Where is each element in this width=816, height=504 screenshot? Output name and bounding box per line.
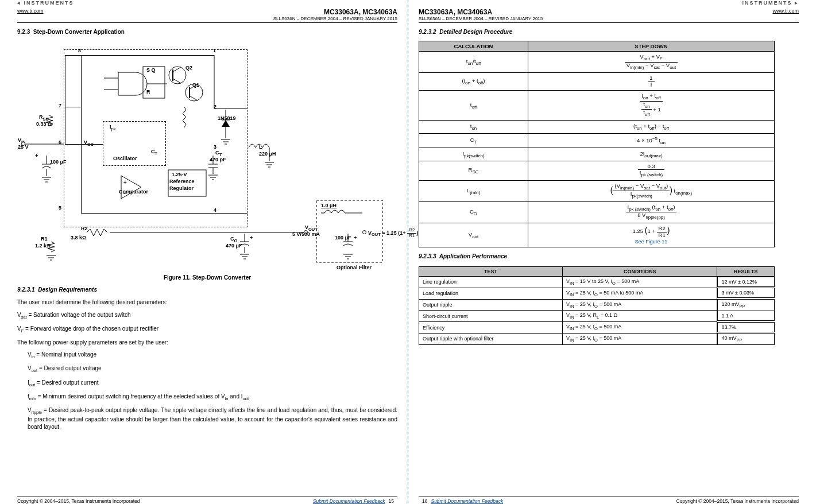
- calc-value: ton + tofftontoff + 1: [528, 91, 775, 121]
- r2-value: 3.8 kΩ: [71, 235, 86, 241]
- page-num-15: 15: [389, 498, 394, 504]
- vsat-line: Vsat = Saturation voltage of the output …: [17, 311, 397, 320]
- feedback-link-right[interactable]: Submit Documentation Feedback: [431, 498, 503, 504]
- calc-value: ((Vin(min) − Vsat − Vout)Ipk(switch)) to…: [528, 180, 775, 201]
- filter-plus: +: [354, 235, 357, 241]
- c100-value: 100 μF: [50, 159, 67, 165]
- fmin-line: fmin = Minimum desired output switching …: [28, 393, 397, 402]
- ref-line1: 1.25-V: [172, 172, 187, 177]
- calc-label: Vout: [419, 223, 528, 247]
- header-right: MC33063A, MC34063A SLLS636N – DECEMBER 2…: [419, 8, 799, 23]
- diode-label: 1N5819: [218, 115, 236, 121]
- perf-header-res: RESULTS: [717, 266, 775, 276]
- table-row: CT4 × 10−5 ton: [419, 133, 775, 148]
- perf-result: 12 mV ± 0.12%: [717, 277, 775, 287]
- part-number-left: MC33063A, MC34063A: [273, 8, 397, 16]
- perf-result: 3 mV ± 0.03%: [717, 288, 775, 298]
- procedure-heading: 9.2.3.2 Detailed Design Procedure: [419, 29, 799, 35]
- doc-code-left: SLLS636N – DECEMBER 2004 – REVISED JANUA…: [273, 16, 397, 21]
- perf-cond: VIN = 25 V, IO = 50 mA to 500 mA: [563, 288, 717, 299]
- sq-label: S Q: [146, 67, 156, 73]
- co-value: 470 μF: [226, 243, 242, 249]
- calc-value: Vout + VFVin(min) − Vsat − Vout: [528, 52, 775, 73]
- svg-line-10: [190, 96, 198, 100]
- svg-line-5: [173, 67, 181, 72]
- performance-heading: 9.2.3.3 Application Performance: [419, 253, 799, 259]
- header-left: www.ti.com MC33063A, MC34063A SLLS636N –…: [17, 8, 397, 23]
- copyright-right: Copyright © 2004–2015, Texas Instruments…: [676, 498, 799, 504]
- svg-line-6: [173, 79, 181, 83]
- co-plus: +: [250, 235, 253, 241]
- vin-terminal: [21, 142, 25, 146]
- table-row: toffton + tofftontoff + 1: [419, 91, 775, 121]
- ct-ext-label: CT: [215, 150, 222, 157]
- table-row: Line regulationVIN = 15 V to 25 V, IO = …: [419, 276, 775, 288]
- calc-header-calc: CALCULATION: [419, 41, 528, 52]
- perf-result: 120 mVPP: [717, 299, 775, 311]
- perf-result: 83.7%: [717, 322, 775, 332]
- web-link-left[interactable]: www.ti.com: [17, 8, 44, 14]
- calc-label: (ton + toff): [419, 73, 528, 91]
- table-row: (ton + toff)1f: [419, 73, 775, 91]
- vout-label: VOUT: [305, 224, 318, 232]
- ct-value: 470 pF: [210, 157, 226, 162]
- rsc-value: 0.33 Ω: [36, 121, 52, 127]
- co-label: CO: [230, 236, 237, 243]
- figure-11-schematic: Ipk Oscillator CT 8 1 7 6 5 2 3 4: [18, 41, 397, 273]
- c100-label: +: [35, 153, 38, 158]
- feedback-link-left[interactable]: Submit Documentation Feedback: [313, 498, 385, 504]
- table-row: Ipk(switch)2Iout(max): [419, 148, 775, 161]
- table-row: Output rippleVIN = 25 V, IO = 500 mA120 …: [419, 299, 775, 311]
- vf-line: VF = Forward voltage drop of the chosen …: [17, 325, 397, 334]
- figure-caption: Figure 11. Step-Down Converter: [17, 274, 397, 281]
- perf-test: Load regulation: [419, 288, 563, 299]
- brand-mark-left: ◂ INSTRUMENTS: [17, 0, 397, 6]
- vripple-line: Vripple = Desired peak-to-peak output ri…: [28, 406, 397, 431]
- table-row: Output ripple with optional filterVIN = …: [419, 333, 775, 344]
- perf-test: Line regulation: [419, 276, 563, 288]
- l-label: L: [259, 144, 262, 150]
- perf-header-cond: CONDITIONS: [563, 266, 717, 276]
- calc-label: L(min): [419, 180, 528, 201]
- page-num-16: 16: [422, 498, 427, 504]
- ref-line3: Regulator: [169, 185, 194, 191]
- filter-c: 100 μF: [335, 235, 351, 241]
- web-link-right[interactable]: www.ti.com: [772, 8, 799, 14]
- r-flip-label: R: [146, 89, 150, 95]
- calc-label: CT: [419, 133, 528, 148]
- vin-line: Vin = Nominal input voltage: [28, 351, 397, 360]
- perf-test: Output ripple: [419, 299, 563, 311]
- r2-label: R2: [81, 226, 88, 231]
- optional-filter-label: Optional Filter: [337, 265, 372, 270]
- vcc-label: VCC: [84, 139, 94, 147]
- perf-cond: VIN = 25 V, IO = 500 mA: [563, 322, 717, 334]
- perf-test: Efficiency: [419, 322, 563, 334]
- table-row: EfficiencyVIN = 25 V, IO = 500 mA83.7%: [419, 322, 775, 334]
- filter-l: 1.0 μH: [321, 203, 337, 208]
- calc-value: 1.25 (1 + R2R1)See Figure 11: [528, 223, 775, 247]
- calc-value: 4 × 10−5 ton: [528, 133, 775, 148]
- page-spread: ◂ INSTRUMENTS www.ti.com MC33063A, MC340…: [0, 0, 816, 504]
- brand-mark-right: INSTRUMENTS ▸: [419, 0, 799, 6]
- perf-header-test: TEST: [419, 266, 563, 276]
- doc-code-right: SLLS636N – DECEMBER 2004 – REVISED JANUA…: [419, 16, 543, 21]
- design-reqs-heading: 9.2.3.1 Design Requirements: [17, 286, 397, 293]
- rsc-label: RSC: [39, 114, 49, 122]
- part-number-right: MC33063A, MC34063A: [419, 8, 543, 16]
- l-value: 220 μH: [259, 151, 276, 157]
- perf-result: 40 mVPP: [717, 333, 775, 345]
- vout-filt-terminal: [362, 230, 366, 234]
- footer-right: 16Submit Documentation Feedback Copyrigh…: [419, 497, 799, 504]
- q2-label: Q2: [185, 65, 192, 71]
- comparator-label: Comparator: [119, 189, 148, 195]
- calc-value: 0.3Ipk (switch): [528, 161, 775, 180]
- vout-value: 5 V/500 mA: [292, 231, 320, 237]
- perf-result: 1.1 A: [717, 311, 775, 321]
- perf-test: Short-circuit current: [419, 311, 563, 322]
- calc-label: ton/toff: [419, 52, 528, 73]
- perf-cond: VIN = 25 V, IO = 500 mA: [563, 333, 717, 344]
- table-row: L(min)((Vin(min) − Vsat − Vout)Ipk(switc…: [419, 180, 775, 201]
- table-row: Short-circuit currentVIN = 25 V, RL = 0.…: [419, 311, 775, 322]
- calc-label: CO: [419, 201, 528, 223]
- calc-label: toff: [419, 91, 528, 121]
